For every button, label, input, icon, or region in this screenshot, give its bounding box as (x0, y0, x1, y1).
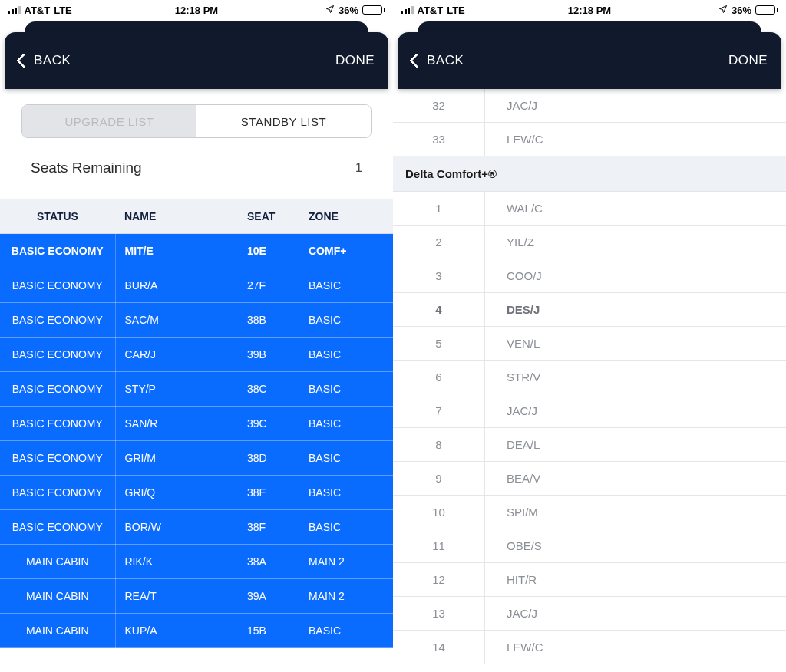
list-item[interactable]: 13JAC/J (393, 597, 786, 631)
carrier-label: AT&T (418, 5, 444, 16)
list-item[interactable]: 5VEN/L (393, 327, 786, 361)
phone-left: AT&T LTE 12:18 PM 36% BACK (0, 0, 393, 672)
cell-seat: 39B (238, 338, 299, 372)
cell-zone: BASIC (299, 441, 393, 476)
tab-standby-list[interactable]: STANDBY LIST (196, 105, 371, 137)
cell-zone: BASIC (299, 303, 393, 338)
section-header-comfort-plus: Delta Comfort+® (393, 156, 786, 192)
col-name: NAME (115, 199, 238, 234)
list-item-name: JAC/J (485, 597, 786, 630)
list-item[interactable]: 12HIT/R (393, 563, 786, 597)
upgrade-list[interactable]: 32JAC/J33LEW/C Delta Comfort+® 1WAL/C2YI… (393, 89, 786, 664)
list-item-rank: 1 (393, 192, 485, 225)
battery-icon (362, 5, 385, 15)
list-item-rank: 9 (393, 462, 485, 495)
cell-status: BASIC ECONOMY (0, 268, 115, 303)
cell-status: BASIC ECONOMY (0, 338, 115, 372)
done-button[interactable]: DONE (335, 53, 375, 68)
cell-status: MAIN CABIN (0, 579, 115, 614)
list-item-name: WAL/C (485, 192, 786, 225)
chevron-left-icon (409, 53, 424, 68)
table-row[interactable]: BASIC ECONOMYSAC/M38BBASIC (0, 303, 393, 338)
list-item[interactable]: 2YIL/Z (393, 226, 786, 259)
cell-zone: BASIC (299, 268, 393, 303)
cell-name: RIK/K (115, 545, 238, 579)
standby-table: STATUS NAME SEAT ZONE BASIC ECONOMYMIT/E… (0, 199, 393, 648)
table-row[interactable]: BASIC ECONOMYMIT/E10ECOMF+ (0, 234, 393, 268)
table-row[interactable]: MAIN CABINRIK/K38AMAIN 2 (0, 545, 393, 579)
list-item-name: LEW/C (485, 123, 786, 156)
list-item-rank: 3 (393, 259, 485, 292)
signal-icon (8, 6, 21, 14)
back-button[interactable]: BACK (18, 53, 71, 68)
list-item[interactable]: 1WAL/C (393, 192, 786, 226)
list-item-name: BEA/V (485, 462, 786, 495)
list-item[interactable]: 8DEA/L (393, 428, 786, 462)
list-item[interactable]: 7JAC/J (393, 394, 786, 428)
cell-seat: 39A (238, 579, 299, 614)
list-item-rank: 11 (393, 529, 485, 562)
table-row[interactable]: BASIC ECONOMYGRI/M38DBASIC (0, 441, 393, 476)
signal-icon (401, 6, 414, 14)
table-row[interactable]: BASIC ECONOMYBUR/A27FBASIC (0, 268, 393, 303)
table-row[interactable]: BASIC ECONOMYSTY/P38CBASIC (0, 372, 393, 407)
list-item-name: YIL/Z (485, 226, 786, 259)
cell-name: REA/T (115, 579, 238, 614)
cell-name: GRI/Q (115, 476, 238, 510)
list-item[interactable]: 10SPI/M (393, 496, 786, 529)
status-bar: AT&T LTE 12:18 PM 36% (393, 0, 786, 20)
list-item[interactable]: 32JAC/J (393, 89, 786, 123)
list-item-rank: 4 (393, 293, 485, 326)
carrier-label: AT&T (25, 5, 51, 16)
list-item[interactable]: 3COO/J (393, 259, 786, 293)
list-item[interactable]: 9BEA/V (393, 462, 786, 496)
battery-icon (755, 5, 778, 15)
cell-status: MAIN CABIN (0, 614, 115, 648)
cell-name: BUR/A (115, 268, 238, 303)
cell-zone: MAIN 2 (299, 579, 393, 614)
cell-seat: 39C (238, 407, 299, 441)
seats-remaining-count: 1 (355, 161, 362, 175)
cell-seat: 27F (238, 268, 299, 303)
table-row[interactable]: BASIC ECONOMYSAN/R39CBASIC (0, 407, 393, 441)
cell-seat: 38B (238, 303, 299, 338)
done-button[interactable]: DONE (728, 53, 768, 68)
back-button[interactable]: BACK (411, 53, 464, 68)
table-row[interactable]: MAIN CABINREA/T39AMAIN 2 (0, 579, 393, 614)
list-item-rank: 13 (393, 597, 485, 630)
list-item[interactable]: 4DES/J (393, 293, 786, 327)
table-row[interactable]: BASIC ECONOMYGRI/Q38EBASIC (0, 476, 393, 510)
list-item-name: COO/J (485, 259, 786, 292)
cell-name: KUP/A (115, 614, 238, 648)
table-row[interactable]: BASIC ECONOMYBOR/W38FBASIC (0, 510, 393, 545)
list-item-rank: 7 (393, 394, 485, 427)
cell-zone: COMF+ (299, 234, 393, 268)
status-bar: AT&T LTE 12:18 PM 36% (0, 0, 393, 20)
cell-zone: BASIC (299, 614, 393, 648)
chevron-left-icon (16, 53, 31, 68)
table-row[interactable]: MAIN CABINKUP/A15BBASIC (0, 614, 393, 648)
cell-status: BASIC ECONOMY (0, 510, 115, 545)
list-item[interactable]: 6STR/V (393, 361, 786, 394)
back-label: BACK (34, 53, 71, 68)
seats-remaining-label: Seats Remaining (31, 160, 142, 176)
list-item[interactable]: 14LEW/C (393, 631, 786, 664)
cell-seat: 38E (238, 476, 299, 510)
battery-pct-label: 36% (732, 5, 751, 16)
cell-zone: BASIC (299, 407, 393, 441)
cell-status: BASIC ECONOMY (0, 407, 115, 441)
cell-name: BOR/W (115, 510, 238, 545)
nav-bar: BACK DONE (393, 21, 786, 89)
list-item-rank: 12 (393, 563, 485, 596)
table-row[interactable]: BASIC ECONOMYCAR/J39BBASIC (0, 338, 393, 372)
list-item-name: HIT/R (485, 563, 786, 596)
cell-name: CAR/J (115, 338, 238, 372)
tab-upgrade-list[interactable]: UPGRADE LIST (22, 105, 196, 137)
cell-status: MAIN CABIN (0, 545, 115, 579)
list-item-rank: 33 (393, 123, 485, 156)
list-item[interactable]: 11OBE/S (393, 529, 786, 563)
cell-seat: 15B (238, 614, 299, 648)
network-label: LTE (447, 5, 465, 16)
cell-zone: BASIC (299, 510, 393, 545)
list-item[interactable]: 33LEW/C (393, 123, 786, 156)
